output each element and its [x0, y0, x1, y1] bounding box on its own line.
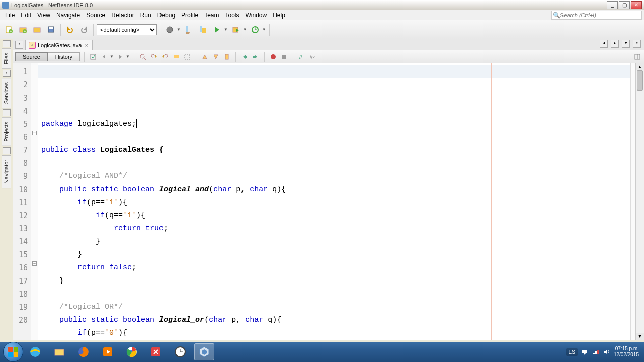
- run-button[interactable]: [211, 24, 223, 36]
- uncomment-button[interactable]: //×: [308, 52, 317, 61]
- menu-help[interactable]: Help: [270, 11, 288, 20]
- dropdown-icon[interactable]: ▼: [224, 27, 228, 32]
- dropdown-icon[interactable]: ▼: [243, 27, 247, 32]
- menu-source[interactable]: Source: [83, 11, 108, 20]
- comment-button[interactable]: //: [297, 52, 306, 61]
- dropdown-icon[interactable]: ▼: [110, 54, 114, 59]
- code-editor[interactable]: 1234567891011121314151617181920 −− packa…: [13, 63, 644, 340]
- menu-window[interactable]: Window: [243, 11, 270, 20]
- svg-rect-10: [186, 26, 188, 32]
- config-select[interactable]: <default config>: [97, 24, 157, 35]
- menu-tools[interactable]: Tools: [222, 11, 242, 20]
- scrollbar-thumb[interactable]: [637, 70, 643, 90]
- toggle-highlight-button[interactable]: [172, 52, 181, 61]
- line-gutter: 1234567891011121314151617181920: [13, 63, 31, 340]
- taskbar-netbeans[interactable]: [194, 343, 214, 360]
- dock-minimize-button[interactable]: ▫: [3, 40, 11, 47]
- scroll-down-button[interactable]: ▼: [636, 333, 644, 340]
- history-tab[interactable]: History: [48, 52, 80, 61]
- rail-services[interactable]: Services: [2, 78, 11, 108]
- next-bookmark-button[interactable]: [211, 52, 220, 61]
- menu-view[interactable]: View: [34, 11, 53, 20]
- taskbar-media[interactable]: [98, 343, 118, 360]
- language-indicator[interactable]: ES: [566, 348, 578, 356]
- debug-button[interactable]: [230, 24, 242, 36]
- shift-left-button[interactable]: [240, 52, 249, 61]
- dock-button[interactable]: ▫: [15, 41, 23, 49]
- taskbar-chrome[interactable]: [122, 343, 142, 360]
- source-tab[interactable]: Source: [15, 52, 48, 61]
- rail-files[interactable]: Files: [2, 48, 11, 69]
- menu-edit[interactable]: Edit: [18, 11, 34, 20]
- macro-record-button[interactable]: [269, 52, 278, 61]
- rail-projects[interactable]: Projects: [2, 117, 11, 146]
- open-project-button[interactable]: [31, 24, 43, 36]
- forward-button[interactable]: [116, 52, 125, 61]
- macro-stop-button[interactable]: [280, 52, 289, 61]
- last-edit-button[interactable]: [89, 52, 98, 61]
- menu-navigate[interactable]: Navigate: [53, 11, 83, 20]
- taskbar-app[interactable]: [146, 343, 166, 360]
- tab-list-button[interactable]: ▾: [622, 40, 630, 48]
- profile-button[interactable]: [249, 24, 261, 36]
- menu-refactor[interactable]: Refactor: [108, 11, 137, 20]
- undo-button[interactable]: [64, 24, 76, 36]
- search-input[interactable]: [560, 12, 640, 18]
- dropdown-icon[interactable]: ▼: [262, 27, 266, 32]
- menu-team[interactable]: Team: [201, 11, 222, 20]
- build-button[interactable]: [164, 24, 176, 36]
- dock-minimize-button[interactable]: ▫: [3, 147, 11, 154]
- dropdown-icon[interactable]: ▼: [126, 54, 130, 59]
- clean-build-button[interactable]: [183, 24, 195, 36]
- maximize-button[interactable]: ▢: [619, 1, 630, 9]
- vertical-scrollbar[interactable]: ▲ ▼: [635, 63, 644, 340]
- taskbar-clock[interactable]: [170, 343, 190, 360]
- menu-file[interactable]: File: [2, 11, 18, 20]
- fold-toggle[interactable]: −: [32, 261, 37, 266]
- find-selection-button[interactable]: [138, 52, 147, 61]
- start-button[interactable]: [3, 342, 23, 362]
- fold-toggle[interactable]: −: [32, 131, 37, 135]
- search-box[interactable]: 🔍: [551, 11, 642, 20]
- rail-navigator[interactable]: Navigator: [2, 155, 11, 188]
- code-content[interactable]: package logicalgates; public class Logic…: [38, 63, 630, 340]
- shift-right-button[interactable]: [251, 52, 260, 61]
- tray-action-center-icon[interactable]: [581, 348, 589, 356]
- maximize-editor-button[interactable]: ▫: [633, 40, 641, 48]
- clean-build-main-button[interactable]: [197, 24, 209, 36]
- close-button[interactable]: ✕: [631, 1, 642, 9]
- taskbar-ie[interactable]: [25, 343, 45, 360]
- tray-clock[interactable]: 07:15 p.m. 12/02/2015: [614, 346, 639, 358]
- scroll-right-button[interactable]: ▸: [611, 40, 619, 48]
- file-tab[interactable]: J LogicalGates.java ×: [25, 40, 93, 50]
- save-all-button[interactable]: [45, 24, 57, 36]
- scroll-up-button[interactable]: ▲: [636, 63, 644, 70]
- menu-run[interactable]: Run: [137, 11, 154, 20]
- menu-profile[interactable]: Profile: [178, 11, 201, 20]
- menu-debug[interactable]: Debug: [154, 11, 178, 20]
- minimize-button[interactable]: _: [607, 1, 618, 9]
- fold-column[interactable]: −−: [31, 63, 38, 340]
- toggle-rect-select-button[interactable]: [183, 52, 192, 61]
- dock-minimize-button[interactable]: ▫: [3, 109, 11, 116]
- svg-rect-46: [55, 349, 64, 355]
- scroll-left-button[interactable]: ◂: [600, 40, 608, 48]
- new-project-button[interactable]: +: [17, 24, 29, 36]
- back-button[interactable]: [100, 52, 109, 61]
- tray-volume-icon[interactable]: [603, 348, 611, 356]
- windows-logo-icon: [8, 347, 18, 357]
- prev-bookmark-button[interactable]: [200, 52, 209, 61]
- split-button[interactable]: [633, 52, 642, 61]
- taskbar-firefox[interactable]: [73, 343, 94, 360]
- taskbar-explorer[interactable]: [49, 343, 69, 360]
- error-stripe[interactable]: [630, 63, 635, 340]
- dock-minimize-button[interactable]: ▫: [3, 70, 11, 77]
- new-file-button[interactable]: +: [3, 24, 15, 36]
- tray-network-icon[interactable]: [592, 348, 600, 356]
- find-prev-button[interactable]: [149, 52, 158, 61]
- dropdown-icon[interactable]: ▼: [177, 27, 181, 32]
- close-tab-button[interactable]: ×: [84, 42, 89, 48]
- toggle-bookmark-button[interactable]: [222, 52, 231, 61]
- find-next-button[interactable]: [160, 52, 170, 61]
- redo-button[interactable]: [78, 24, 90, 36]
